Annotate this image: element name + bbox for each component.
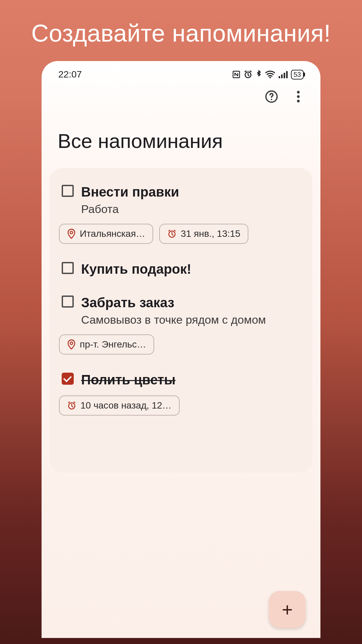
reminder-item[interactable]: Забрать заказ Самовывоз в точке рядом с … [59, 294, 303, 355]
svg-point-12 [70, 231, 73, 234]
time-chip[interactable]: 31 янв., 13:15 [159, 224, 248, 244]
svg-point-8 [271, 99, 272, 100]
svg-point-14 [70, 342, 73, 345]
reminder-checkbox[interactable] [62, 373, 74, 385]
location-chip[interactable]: Итальянская… [59, 224, 153, 244]
reminder-item[interactable]: Купить подарок! [59, 261, 303, 277]
alarm-chip-icon [67, 401, 76, 410]
reminder-subtitle: Самовывоз в точке рядом с домом [81, 312, 300, 327]
reminder-title: Внести правки [81, 183, 300, 200]
page-title: Все напоминания [42, 108, 320, 168]
status-icons: 53 [232, 70, 304, 79]
chip-label: 31 янв., 13:15 [181, 228, 240, 239]
time-chip[interactable]: 10 часов назад, 12:00 [59, 395, 180, 416]
chip-label: пр-т. Энгельс… [80, 339, 146, 350]
help-icon [265, 90, 278, 103]
svg-rect-6 [286, 71, 288, 78]
reminder-item[interactable]: Внести правки Работа Итальянская… 31 янв… [59, 183, 303, 244]
svg-point-11 [297, 100, 300, 102]
plus-icon: + [282, 599, 293, 621]
location-chip[interactable]: пр-т. Энгельс… [59, 334, 154, 355]
reminder-title: Полить цветы [81, 371, 300, 388]
chip-label: Итальянская… [80, 228, 145, 239]
signal-icon [278, 70, 288, 79]
reminder-checkbox[interactable] [62, 262, 74, 274]
svg-rect-5 [284, 73, 285, 78]
alarm-icon [243, 70, 253, 79]
svg-point-10 [297, 95, 300, 98]
add-reminder-fab[interactable]: + [269, 591, 306, 628]
chip-label: 10 часов назад, 12:00 [80, 400, 172, 411]
status-time: 22:07 [58, 69, 82, 80]
more-vert-icon [294, 90, 303, 103]
reminder-subtitle: Работа [81, 202, 300, 216]
wifi-icon [265, 70, 276, 79]
status-bar: 22:07 53 [42, 61, 320, 83]
svg-rect-3 [279, 76, 280, 78]
svg-point-2 [269, 77, 271, 78]
reminder-checkbox[interactable] [62, 185, 74, 197]
reminder-title: Купить подарок! [81, 261, 300, 277]
reminder-item[interactable]: Полить цветы 10 часов назад, 12:00 [59, 371, 303, 416]
svg-point-9 [297, 91, 300, 94]
promo-title: Создавайте напоминания! [0, 0, 362, 61]
reminders-list: Внести правки Работа Итальянская… 31 янв… [50, 168, 312, 473]
battery-icon: 53 [291, 70, 304, 79]
alarm-chip-icon [167, 229, 177, 238]
location-icon [67, 339, 76, 350]
reminder-title: Забрать заказ [81, 294, 300, 311]
svg-rect-4 [281, 74, 283, 78]
reminder-checkbox[interactable] [62, 296, 74, 308]
app-bar [42, 83, 320, 108]
more-button[interactable] [291, 89, 306, 104]
phone-frame: 22:07 53 Все напоминания Внести правки [42, 61, 320, 638]
bluetooth-icon [255, 70, 262, 79]
nfc-icon [232, 70, 241, 79]
help-button[interactable] [264, 89, 279, 104]
location-icon [67, 229, 76, 239]
